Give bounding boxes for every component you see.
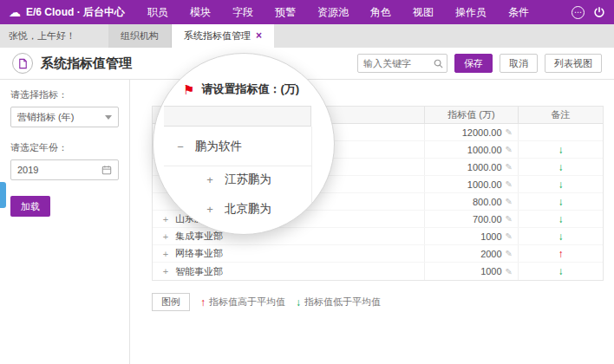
year-label: 请选定年份： — [10, 141, 119, 154]
indicator-value: 1000 — [480, 231, 501, 242]
trend-down-icon: ↓ — [558, 144, 564, 156]
legend-text: 指标值高于平均值 — [209, 296, 285, 309]
topbar: ☁ E/6 Cloud · 后台中心 职员 模块 字段 预警 资源池 角色 视图… — [0, 0, 614, 24]
edit-icon[interactable]: ✎ — [506, 179, 513, 189]
indicator-select[interactable]: 营销指标 (年) — [10, 107, 119, 127]
greeting-text: 张悦，上午好！ — [0, 24, 84, 48]
expand-toggle[interactable]: + — [161, 214, 170, 224]
org-name: 江苏鹏为 — [225, 172, 271, 187]
magnified-row: + 北京鹏为 — [204, 201, 271, 217]
indicator-label: 请选择指标： — [10, 88, 119, 101]
magnified-row: + 江苏鹏为 — [204, 172, 271, 187]
more-icon[interactable]: ⋯ — [572, 6, 585, 19]
search-icon[interactable] — [433, 57, 444, 73]
indicator-value: 700.00 — [473, 214, 502, 224]
edit-icon[interactable]: ✎ — [506, 249, 513, 258]
expand-toggle[interactable]: + — [204, 203, 216, 216]
chevron-down-icon — [105, 115, 112, 120]
expand-toggle[interactable]: + — [161, 231, 170, 242]
table-row: + 网络事业部 2000 ✎ ↑ — [153, 245, 603, 263]
trend-down-icon: ↓ — [558, 265, 564, 277]
calendar-icon — [101, 165, 112, 175]
org-name: 集成事业部 — [175, 230, 223, 243]
edit-icon[interactable]: ✎ — [506, 127, 513, 137]
col-header-remark: 备注 — [518, 107, 603, 123]
tab-label: 组织机构 — [121, 24, 159, 48]
legend-item-up: ↑ 指标值高于平均值 — [200, 296, 285, 309]
trend-down-icon: ↓ — [558, 213, 564, 225]
tab-indicator-management[interactable]: 系统指标值管理 × — [172, 24, 274, 48]
magnifier-bubble: ⚑ 请设置指标值：(万) − 鹏为软件 + 江苏鹏为 + 北京鹏为 — [153, 53, 335, 235]
org-name: 网络事业部 — [175, 247, 223, 260]
cloud-icon: ☁ — [9, 6, 21, 18]
org-name: 鹏为软件 — [195, 139, 242, 154]
tab-org-structure[interactable]: 组织机构 — [108, 24, 172, 48]
indicator-select-value: 营销指标 (年) — [17, 111, 74, 124]
edit-icon[interactable]: ✎ — [506, 231, 513, 241]
tabbar: 张悦，上午好！ 组织机构 系统指标值管理 × — [0, 24, 614, 48]
save-button[interactable]: 保存 — [454, 54, 493, 73]
edit-icon[interactable]: ✎ — [506, 214, 513, 224]
magnified-table-header — [164, 106, 311, 127]
indicator-value: 1000.00 — [467, 179, 502, 190]
indicator-value: 12000.00 — [462, 127, 502, 138]
edit-icon[interactable]: ✎ — [506, 267, 513, 276]
page-title: 系统指标值管理 — [41, 55, 132, 72]
edit-icon[interactable]: ✎ — [506, 145, 513, 154]
table-row: + 智能事业部 1000 ✎ ↓ — [153, 263, 603, 280]
filter-panel: 请选择指标： 营销指标 (年) 请选定年份： 2019 加载 — [0, 80, 130, 364]
expand-toggle[interactable]: + — [204, 173, 216, 186]
expand-toggle[interactable]: + — [161, 266, 170, 276]
legend-label: 图例 — [152, 293, 190, 311]
tab-label: 系统指标值管理 — [184, 24, 251, 48]
menu-item-alert[interactable]: 预警 — [275, 5, 296, 20]
main-menu: 职员 模块 字段 预警 资源池 角色 视图 操作员 条件 — [147, 5, 529, 20]
edit-icon[interactable]: ✎ — [506, 197, 513, 206]
page-header: 系统指标值管理 保存 取消 列表视图 — [0, 48, 614, 80]
trend-down-icon: ↓ — [558, 161, 564, 173]
cancel-button[interactable]: 取消 — [500, 54, 538, 73]
col-header-value: 指标值 (万) — [424, 107, 518, 123]
menu-item-view[interactable]: 视图 — [413, 5, 434, 20]
indicator-value: 800.00 — [473, 197, 502, 207]
load-button[interactable]: 加载 — [10, 196, 50, 217]
trend-down-icon: ↓ — [558, 179, 564, 191]
menu-item-field[interactable]: 字段 — [232, 5, 253, 20]
close-icon[interactable]: × — [256, 24, 262, 48]
power-icon[interactable] — [593, 6, 605, 18]
menu-item-condition[interactable]: 条件 — [508, 5, 529, 20]
magnifier-title-row: ⚑ 请设置指标值：(万) — [183, 81, 299, 97]
expand-toggle[interactable]: + — [161, 249, 170, 259]
header-actions: 保存 取消 列表视图 — [357, 54, 602, 73]
brand: ☁ E/6 Cloud · 后台中心 — [9, 5, 125, 20]
magnified-row-divider — [164, 166, 311, 166]
menu-item-role[interactable]: 角色 — [370, 5, 391, 20]
menu-item-staff[interactable]: 职员 — [147, 5, 168, 20]
legend: 图例 ↑ 指标值高于平均值 ↓ 指标值低于平均值 — [152, 293, 604, 311]
list-view-button[interactable]: 列表视图 — [545, 54, 602, 73]
app-window: ☁ E/6 Cloud · 后台中心 职员 模块 字段 预警 资源池 角色 视图… — [0, 0, 614, 364]
topbar-right: ⋯ — [572, 6, 605, 19]
menu-item-resource-pool[interactable]: 资源池 — [317, 5, 349, 20]
year-input[interactable]: 2019 — [10, 159, 119, 180]
down-arrow-icon: ↓ — [296, 296, 301, 309]
brand-text: E/6 Cloud · 后台中心 — [26, 5, 125, 20]
indicator-value: 2000 — [480, 249, 501, 259]
tabs: 组织机构 系统指标值管理 × — [108, 24, 274, 48]
search-box — [357, 54, 447, 73]
legend-text: 指标值低于平均值 — [304, 296, 381, 309]
trend-down-icon: ↓ — [558, 196, 564, 208]
org-name: 智能事业部 — [175, 265, 223, 278]
indicator-value: 1000.00 — [467, 162, 502, 172]
collapse-toggle[interactable]: − — [174, 140, 186, 153]
trend-down-icon: ↓ — [558, 231, 564, 243]
set-indicator-title: 请设置指标值：(万) — [201, 81, 299, 97]
indicator-value: 1000 — [480, 266, 501, 276]
menu-item-operator[interactable]: 操作员 — [455, 5, 487, 20]
flag-icon: ⚑ — [183, 83, 194, 96]
legend-item-down: ↓ 指标值低于平均值 — [296, 296, 381, 309]
collapse-panel-handle[interactable] — [0, 182, 6, 208]
menu-item-module[interactable]: 模块 — [190, 5, 211, 20]
indicator-value: 1000.00 — [467, 145, 502, 155]
edit-icon[interactable]: ✎ — [506, 162, 513, 172]
